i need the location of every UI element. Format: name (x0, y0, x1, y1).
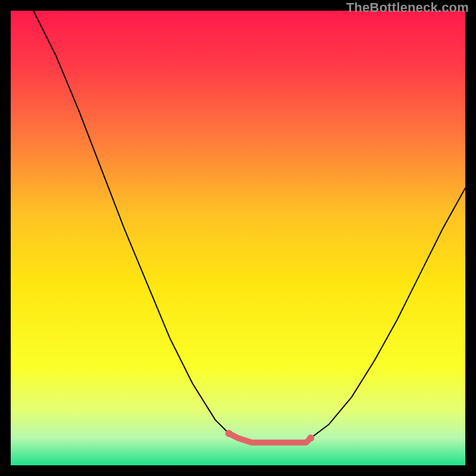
gradient-bg (11, 11, 465, 465)
attribution-watermark: TheBottleneck.com (346, 0, 469, 15)
floor-dot-left (226, 430, 233, 437)
bottleneck-chart (11, 11, 465, 465)
floor-dot-right (307, 434, 314, 441)
chart-frame (11, 11, 465, 465)
